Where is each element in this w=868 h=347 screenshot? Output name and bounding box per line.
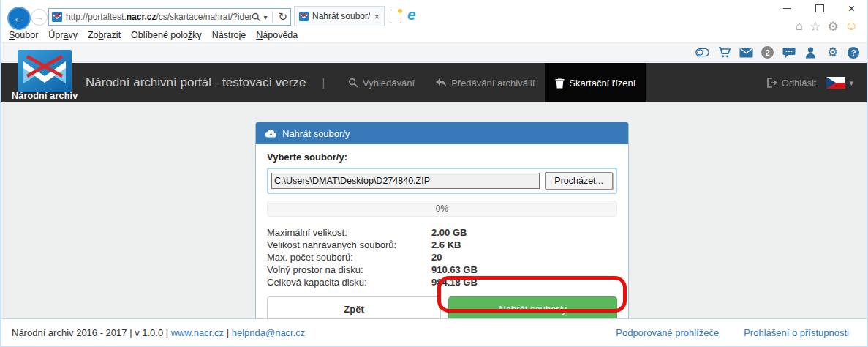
stat-label: Maximální velikost: <box>267 226 431 239</box>
czech-flag-icon <box>826 77 845 89</box>
tab-favicon <box>299 12 309 21</box>
user-icon[interactable] <box>804 45 818 59</box>
footer-site-link[interactable]: www.nacr.cz <box>171 327 224 338</box>
tab-close-icon[interactable]: × <box>374 11 380 22</box>
menu-label-part: Zo <box>88 30 99 40</box>
dialog-buttons: Zpět Nahrát soubor/y <box>267 296 617 321</box>
minimize-button[interactable] <box>783 8 791 10</box>
nav-item-vyhledavani[interactable]: Vyhledávání <box>338 63 425 102</box>
feedback-smiley-icon[interactable]: ☺ <box>845 19 858 34</box>
menu-nastroje[interactable]: Nástroje <box>212 30 246 40</box>
stat-label: Velikost nahrávaných souborů: <box>267 239 431 251</box>
menu-label-part: razit <box>103 30 121 40</box>
stat-row: Velikost nahrávaných souborů: 2.6 KB <box>267 239 617 251</box>
stat-label: Volný prostor na disku: <box>267 264 431 276</box>
site-icon-toolbar: 2 ⚙ ? <box>1 42 867 62</box>
portal-title: Národní archivní portál - testovací verz… <box>86 75 306 90</box>
logout-label: Odhlásit <box>782 78 817 89</box>
file-path-input[interactable] <box>271 173 540 189</box>
upload-cloud-icon <box>265 129 277 138</box>
new-tab-button[interactable] <box>390 10 401 23</box>
reply-arrow-icon <box>435 78 447 88</box>
supported-browsers-link[interactable]: Podporované prohlížeče <box>616 327 719 338</box>
tab-title: Nahrát soubor/y | Národní ... <box>312 11 370 21</box>
stat-value: 910.63 GB <box>431 264 478 276</box>
browser-quick-icons: ⌂ ☆ ⚙ ☺ <box>796 19 858 34</box>
cart-icon[interactable] <box>717 45 731 59</box>
divider <box>272 11 273 23</box>
ie-logo-icon[interactable]: e <box>407 6 416 23</box>
dialog-title: Nahrát soubor/y <box>282 128 350 139</box>
stat-row: Max. počet souborů: 20 <box>267 251 617 264</box>
back-button[interactable]: ← <box>7 7 31 30</box>
notification-badge[interactable]: 2 <box>761 46 774 59</box>
gear-icon[interactable]: ⚙ <box>826 45 839 59</box>
favorites-star-icon[interactable]: ☆ <box>809 19 820 34</box>
chat-icon[interactable] <box>782 45 796 59</box>
search-icon[interactable] <box>252 12 261 22</box>
menu-upravy[interactable]: Úpravy <box>48 30 78 40</box>
nav-item-predavani-archivalii[interactable]: Předávání archiválií <box>425 63 545 102</box>
menu-napoveda[interactable]: Nápověda <box>256 30 298 40</box>
browser-chrome: ← → http://portaltest.nacr.cz/cs/skartac… <box>1 0 867 42</box>
stat-value: 984.18 GB <box>431 276 478 288</box>
page-footer: Národní archiv 2016 - 2017 | v 1.0.0 | w… <box>1 318 867 346</box>
menu-soubor[interactable]: Soubor <box>9 30 38 40</box>
nav-item-label: Skartační řízení <box>569 78 635 89</box>
menu-label-part: Nástro <box>212 30 239 40</box>
language-caret-icon: ▾ <box>849 78 853 88</box>
toggle-icon[interactable] <box>695 45 709 59</box>
nav-item-label: Vyhledávání <box>363 78 415 89</box>
url-prefix: http://portaltest. <box>66 12 127 22</box>
upload-dialog-header: Nahrát soubor/y <box>256 122 628 144</box>
stat-value: 2.6 KB <box>431 239 461 251</box>
upload-files-button[interactable]: Nahrát soubor/y <box>448 296 617 321</box>
url-path: /cs/skartace/nahrat/?ident=1483 <box>156 12 252 22</box>
portal-navbar: Národní archiv Národní archivní portál -… <box>1 63 867 102</box>
search-icon <box>348 78 358 88</box>
url-domain: nacr.cz <box>127 12 156 22</box>
divider: | <box>322 77 325 89</box>
accessibility-statement-link[interactable]: Prohlášení o přístupnosti <box>744 327 849 338</box>
stat-label: Max. počet souborů: <box>267 251 431 264</box>
menu-label-part: ápověda <box>263 30 298 40</box>
menu-label-part: Oblíbené polo <box>131 30 188 40</box>
narodni-archiv-logo[interactable] <box>18 50 72 92</box>
menu-oblibene-polozky[interactable]: Oblíbené položky <box>131 30 202 40</box>
stat-row: Celková kapacita disku: 984.18 GB <box>267 276 617 288</box>
site-favicon <box>52 12 62 22</box>
back-dialog-button[interactable]: Zpět <box>267 296 441 321</box>
footer-email-link[interactable]: helpnda@nacr.cz <box>232 327 306 338</box>
select-files-label: Vyberte soubor/y: <box>267 152 617 163</box>
menu-label-part: oubor <box>15 30 38 40</box>
browse-button[interactable]: Procházet... <box>545 172 613 190</box>
help-icon[interactable]: ? <box>848 47 859 59</box>
mail-icon[interactable] <box>739 45 753 59</box>
settings-gear-icon[interactable]: ⚙ <box>827 19 838 34</box>
search-caret-icon[interactable]: ▾ <box>263 13 267 21</box>
menu-zobrazit[interactable]: Zobrazit <box>88 30 121 40</box>
nav-item-skartacni-rizeni[interactable]: Skartační řízení <box>545 63 646 102</box>
navbar-right: Odhlásit ▾ <box>766 77 867 89</box>
home-icon[interactable]: ⌂ <box>796 19 803 34</box>
upload-progress-bar: 0% <box>267 201 617 217</box>
upload-dialog: Nahrát soubor/y Vyberte soubor/y: Prochá… <box>255 122 629 330</box>
brand-text: Národní archiv <box>12 91 78 101</box>
address-bar-actions: ▾ ↻ <box>252 10 287 23</box>
forward-button[interactable]: → <box>31 9 48 26</box>
divider: | <box>227 327 229 338</box>
close-button[interactable]: × <box>848 5 855 12</box>
address-bar[interactable]: http://portaltest.nacr.cz/cs/skartace/na… <box>48 8 291 26</box>
language-selector[interactable]: ▾ <box>826 77 853 89</box>
stat-value: 2.00 GB <box>431 226 467 239</box>
menu-label-accesskey: N <box>256 30 263 40</box>
logout-link[interactable]: Odhlásit <box>766 78 817 89</box>
browser-window: ← → http://portaltest.nacr.cz/cs/skartac… <box>0 0 868 347</box>
refresh-icon[interactable]: ↻ <box>278 10 287 23</box>
nav-item-label: Předávání archiválií <box>451 78 535 89</box>
browser-tab[interactable]: Nahrát soubor/y | Národní ... × <box>294 6 385 26</box>
stat-value: 20 <box>431 251 442 264</box>
upload-stats: Maximální velikost: 2.00 GB Velikost nah… <box>267 226 617 288</box>
url-text: http://portaltest.nacr.cz/cs/skartace/na… <box>66 12 252 22</box>
maximize-button[interactable] <box>815 4 824 12</box>
